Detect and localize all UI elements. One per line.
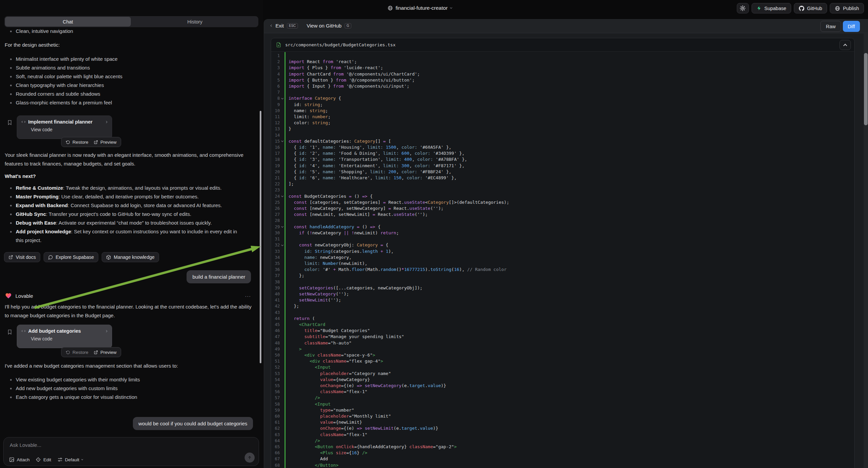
- restore-preview-pill: Restore Preview: [61, 347, 121, 357]
- image-icon: [9, 457, 14, 462]
- code-line: 60 placeholder="Monthly limit": [271, 413, 854, 419]
- list-item: Clean typography with clear hierarchies: [5, 81, 253, 90]
- g-key-badge: G: [345, 23, 351, 29]
- fold-chevron-icon[interactable]: [281, 195, 283, 197]
- diff-toggle-button[interactable]: Diff: [843, 21, 860, 32]
- code-line: 58 <Input: [271, 401, 854, 407]
- code-line: 29 const handleAddCategory = () => {: [271, 224, 854, 230]
- app-window: financial-future-creator Supabase GitHub…: [0, 0, 868, 468]
- code-line: 31: [271, 236, 854, 242]
- file-header[interactable]: src/components/budget/BudgetCategories.t…: [271, 38, 854, 52]
- code-line: 12 color: string;: [271, 120, 854, 126]
- bookmark-icon[interactable]: [7, 329, 13, 335]
- list-item: Expand with Backend: Connect Supabase to…: [5, 201, 242, 210]
- code-line: 35 limit: Number(newLimit),: [271, 261, 854, 267]
- chevron-left-icon: [271, 25, 273, 27]
- user-message-add-budget-categories: would be cool if you could add budget ca…: [133, 417, 253, 430]
- preview-button[interactable]: Preview: [94, 140, 117, 145]
- gear-icon: [740, 5, 746, 11]
- attach-button[interactable]: Attach: [9, 457, 30, 462]
- code-scrollbar-thumb[interactable]: [864, 53, 868, 125]
- fold-chevron-icon[interactable]: [281, 140, 283, 142]
- code-editor[interactable]: 12import React from 'react';3import { Pl…: [271, 52, 854, 468]
- code-line: 38: [271, 279, 854, 285]
- exit-button[interactable]: Exit ESC: [271, 23, 298, 29]
- project-name: financial-future-creator: [396, 5, 447, 11]
- view-on-github-button[interactable]: View on GitHub G: [307, 23, 351, 29]
- code-line: 54 value={newCategory}: [271, 377, 854, 383]
- lovable-heart-icon: [5, 292, 12, 299]
- send-button[interactable]: [245, 452, 255, 463]
- file-path: src/components/budget/BudgetCategories.t…: [285, 42, 396, 47]
- code-line: 41 setNewLimit('');: [271, 297, 854, 303]
- chevron-up-icon: [843, 43, 847, 47]
- mode-selector[interactable]: Default: [57, 457, 83, 462]
- chat-input[interactable]: [10, 440, 211, 449]
- project-switcher[interactable]: financial-future-creator: [388, 3, 452, 13]
- code-line: 1: [271, 53, 854, 59]
- preview-button[interactable]: Preview: [94, 350, 117, 355]
- github-label: GitHub: [807, 6, 822, 11]
- esc-key-badge: ESC: [287, 23, 298, 29]
- edit-button[interactable]: Edit: [36, 457, 51, 462]
- explore-supabase-button[interactable]: Explore Supabase: [43, 252, 98, 262]
- restore-icon: [66, 350, 70, 354]
- list-item: Rounded corners and subtle shadows: [5, 90, 253, 98]
- fold-chevron-icon[interactable]: [281, 97, 283, 99]
- code-line: 27 const [newLimit, setNewLimit] = React…: [271, 211, 854, 217]
- list-item: Add new budget categories with custom li…: [5, 384, 253, 393]
- assistant-header: Lovable: [5, 292, 33, 299]
- message-overflow-menu[interactable]: ···: [245, 293, 251, 299]
- code-line: 7: [271, 89, 854, 95]
- composer: Attach Edit Default: [3, 437, 259, 466]
- code-line: 32 const newCategoryObj: Category = {: [271, 242, 854, 248]
- raw-toggle-button[interactable]: Raw: [820, 21, 841, 32]
- restore-button[interactable]: Restore: [66, 350, 88, 355]
- supabase-button[interactable]: Supabase: [751, 3, 791, 13]
- chat-scrollbar[interactable]: [260, 111, 261, 363]
- code-line: 64 />: [271, 438, 854, 444]
- visit-docs-button[interactable]: Visit docs: [4, 252, 40, 262]
- feature-bullet-list: Clean, intuitive navigation: [5, 27, 253, 36]
- code-line: 43: [271, 310, 854, 316]
- github-button[interactable]: GitHub: [794, 3, 827, 13]
- code-line: 6import { Input } from '@/components/ui/…: [271, 83, 854, 89]
- chat-bubble-icon: [48, 255, 53, 260]
- collapse-file-button[interactable]: [839, 40, 851, 50]
- view-code-link[interactable]: View code: [31, 336, 107, 342]
- publish-button[interactable]: Publish: [830, 3, 864, 13]
- crosshair-icon: [36, 457, 41, 462]
- code-line: 14: [271, 132, 854, 138]
- code-line: 50 <div className="space-y-6">: [271, 352, 854, 358]
- chevron-right-icon: [105, 120, 107, 123]
- fold-chevron-icon[interactable]: [281, 225, 283, 228]
- view-code-link[interactable]: View code: [31, 127, 107, 132]
- bookmark-icon[interactable]: [7, 119, 13, 126]
- code-line: 36 color: '#' + Math.floor(Math.random()…: [271, 267, 854, 273]
- added-bullet-list: View existing budget categories with the…: [5, 375, 253, 402]
- code-view-panel: Exit ESC View on GitHub G Raw Diff src/c…: [264, 19, 868, 468]
- settings-button[interactable]: [737, 3, 749, 13]
- list-item: Each category gets a unique color for vi…: [5, 393, 253, 402]
- code-scrollbar-track[interactable]: [864, 34, 868, 468]
- tab-chat[interactable]: Chat: [5, 17, 131, 27]
- restore-button[interactable]: Restore: [66, 140, 88, 145]
- code-line: 23: [271, 187, 854, 193]
- code-line: 65 <Button onClick={handleAddCategory} c…: [271, 444, 854, 450]
- user-message-build-planner: build a financial planner: [187, 270, 251, 283]
- list-item: Refine & Customize: Tweak the design, an…: [5, 184, 242, 193]
- restore-preview-pill: Restore Preview: [61, 137, 121, 147]
- file-plus-icon: [276, 42, 281, 48]
- list-item: Glass-morphic elements for a premium fee…: [5, 98, 253, 107]
- code-line: 57 />: [271, 395, 854, 401]
- code-line: 15const defaultCategories: Category[] = …: [271, 138, 854, 144]
- code-line: 22];: [271, 181, 854, 187]
- fold-chevron-icon[interactable]: [281, 244, 283, 246]
- version-card-add-budget-categories[interactable]: Add budget categories View code: [17, 325, 112, 348]
- code-line: 17 { id: '2', name: 'Food & Dining', lim…: [271, 150, 854, 156]
- code-line: 34 name: newCategory,: [271, 255, 854, 261]
- tab-history[interactable]: History: [132, 17, 258, 27]
- code-line: 53 placeholder="Category name": [271, 371, 854, 377]
- manage-knowledge-button[interactable]: Manage knowledge: [102, 252, 159, 262]
- version-card-implement-financial-planner[interactable]: Implement financial planner View code: [17, 116, 112, 139]
